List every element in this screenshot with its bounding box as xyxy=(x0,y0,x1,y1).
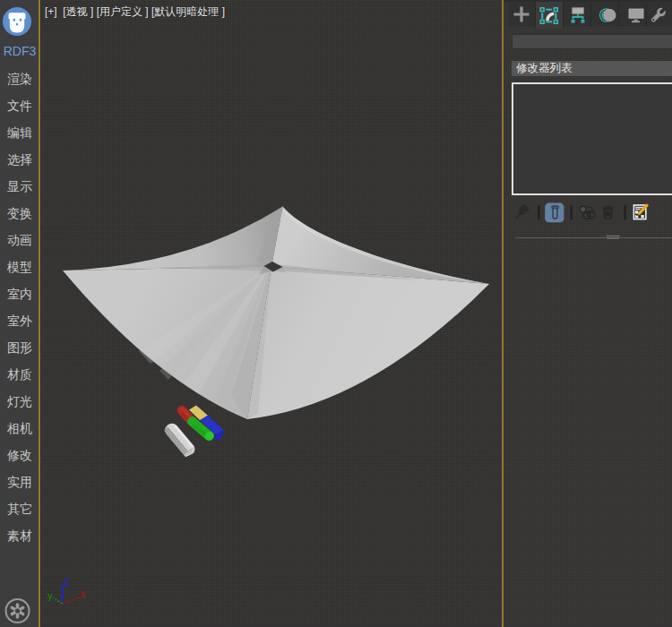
svg-text:y: y xyxy=(48,591,53,601)
svg-text:X: X xyxy=(80,590,86,600)
svg-text:Z: Z xyxy=(64,578,69,588)
